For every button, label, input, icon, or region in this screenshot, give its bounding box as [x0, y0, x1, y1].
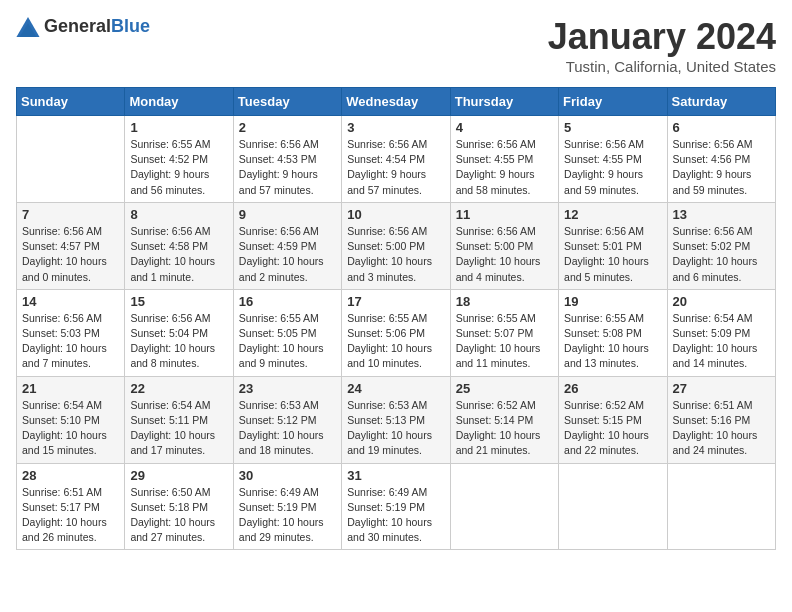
- logo-icon: [16, 17, 40, 37]
- calendar-cell: 3Sunrise: 6:56 AMSunset: 4:54 PMDaylight…: [342, 116, 450, 203]
- calendar-cell: 16Sunrise: 6:55 AMSunset: 5:05 PMDayligh…: [233, 289, 341, 376]
- main-title: January 2024: [548, 16, 776, 58]
- day-info: Sunrise: 6:56 AMSunset: 5:01 PMDaylight:…: [564, 224, 661, 285]
- calendar-cell: 26Sunrise: 6:52 AMSunset: 5:15 PMDayligh…: [559, 376, 667, 463]
- calendar-header: SundayMondayTuesdayWednesdayThursdayFrid…: [17, 88, 776, 116]
- calendar-cell: 21Sunrise: 6:54 AMSunset: 5:10 PMDayligh…: [17, 376, 125, 463]
- calendar-cell: 18Sunrise: 6:55 AMSunset: 5:07 PMDayligh…: [450, 289, 558, 376]
- calendar-cell: 2Sunrise: 6:56 AMSunset: 4:53 PMDaylight…: [233, 116, 341, 203]
- day-number: 3: [347, 120, 444, 135]
- day-number: 6: [673, 120, 770, 135]
- calendar-cell: 28Sunrise: 6:51 AMSunset: 5:17 PMDayligh…: [17, 463, 125, 550]
- calendar-cell: [667, 463, 775, 550]
- day-info: Sunrise: 6:56 AMSunset: 4:55 PMDaylight:…: [456, 137, 553, 198]
- day-number: 25: [456, 381, 553, 396]
- weekday-header: Sunday: [17, 88, 125, 116]
- calendar-cell: 9Sunrise: 6:56 AMSunset: 4:59 PMDaylight…: [233, 202, 341, 289]
- day-info: Sunrise: 6:55 AMSunset: 4:52 PMDaylight:…: [130, 137, 227, 198]
- day-info: Sunrise: 6:53 AMSunset: 5:12 PMDaylight:…: [239, 398, 336, 459]
- day-info: Sunrise: 6:56 AMSunset: 4:57 PMDaylight:…: [22, 224, 119, 285]
- weekday-header: Wednesday: [342, 88, 450, 116]
- calendar-cell: 15Sunrise: 6:56 AMSunset: 5:04 PMDayligh…: [125, 289, 233, 376]
- calendar-cell: 13Sunrise: 6:56 AMSunset: 5:02 PMDayligh…: [667, 202, 775, 289]
- calendar-cell: 17Sunrise: 6:55 AMSunset: 5:06 PMDayligh…: [342, 289, 450, 376]
- day-number: 29: [130, 468, 227, 483]
- day-info: Sunrise: 6:51 AMSunset: 5:17 PMDaylight:…: [22, 485, 119, 546]
- day-info: Sunrise: 6:54 AMSunset: 5:10 PMDaylight:…: [22, 398, 119, 459]
- calendar-cell: 19Sunrise: 6:55 AMSunset: 5:08 PMDayligh…: [559, 289, 667, 376]
- day-info: Sunrise: 6:56 AMSunset: 4:58 PMDaylight:…: [130, 224, 227, 285]
- calendar: SundayMondayTuesdayWednesdayThursdayFrid…: [16, 87, 776, 550]
- day-info: Sunrise: 6:55 AMSunset: 5:05 PMDaylight:…: [239, 311, 336, 372]
- calendar-cell: 6Sunrise: 6:56 AMSunset: 4:56 PMDaylight…: [667, 116, 775, 203]
- day-number: 22: [130, 381, 227, 396]
- day-number: 2: [239, 120, 336, 135]
- day-number: 24: [347, 381, 444, 396]
- day-info: Sunrise: 6:51 AMSunset: 5:16 PMDaylight:…: [673, 398, 770, 459]
- calendar-week: 14Sunrise: 6:56 AMSunset: 5:03 PMDayligh…: [17, 289, 776, 376]
- day-info: Sunrise: 6:54 AMSunset: 5:09 PMDaylight:…: [673, 311, 770, 372]
- day-number: 10: [347, 207, 444, 222]
- calendar-cell: 11Sunrise: 6:56 AMSunset: 5:00 PMDayligh…: [450, 202, 558, 289]
- day-number: 26: [564, 381, 661, 396]
- calendar-week: 7Sunrise: 6:56 AMSunset: 4:57 PMDaylight…: [17, 202, 776, 289]
- calendar-cell: [450, 463, 558, 550]
- day-info: Sunrise: 6:50 AMSunset: 5:18 PMDaylight:…: [130, 485, 227, 546]
- calendar-cell: 29Sunrise: 6:50 AMSunset: 5:18 PMDayligh…: [125, 463, 233, 550]
- day-info: Sunrise: 6:54 AMSunset: 5:11 PMDaylight:…: [130, 398, 227, 459]
- calendar-cell: 24Sunrise: 6:53 AMSunset: 5:13 PMDayligh…: [342, 376, 450, 463]
- day-info: Sunrise: 6:56 AMSunset: 5:00 PMDaylight:…: [347, 224, 444, 285]
- day-info: Sunrise: 6:56 AMSunset: 4:59 PMDaylight:…: [239, 224, 336, 285]
- calendar-cell: 12Sunrise: 6:56 AMSunset: 5:01 PMDayligh…: [559, 202, 667, 289]
- day-number: 15: [130, 294, 227, 309]
- calendar-cell: [559, 463, 667, 550]
- day-info: Sunrise: 6:55 AMSunset: 5:07 PMDaylight:…: [456, 311, 553, 372]
- calendar-cell: [17, 116, 125, 203]
- day-number: 21: [22, 381, 119, 396]
- day-number: 13: [673, 207, 770, 222]
- day-number: 9: [239, 207, 336, 222]
- day-number: 27: [673, 381, 770, 396]
- day-info: Sunrise: 6:49 AMSunset: 5:19 PMDaylight:…: [347, 485, 444, 546]
- day-info: Sunrise: 6:56 AMSunset: 5:02 PMDaylight:…: [673, 224, 770, 285]
- calendar-cell: 14Sunrise: 6:56 AMSunset: 5:03 PMDayligh…: [17, 289, 125, 376]
- day-number: 28: [22, 468, 119, 483]
- weekday-row: SundayMondayTuesdayWednesdayThursdayFrid…: [17, 88, 776, 116]
- calendar-cell: 7Sunrise: 6:56 AMSunset: 4:57 PMDaylight…: [17, 202, 125, 289]
- logo-blue: Blue: [111, 16, 150, 36]
- calendar-body: 1Sunrise: 6:55 AMSunset: 4:52 PMDaylight…: [17, 116, 776, 550]
- weekday-header: Friday: [559, 88, 667, 116]
- day-number: 19: [564, 294, 661, 309]
- day-info: Sunrise: 6:56 AMSunset: 4:54 PMDaylight:…: [347, 137, 444, 198]
- weekday-header: Monday: [125, 88, 233, 116]
- weekday-header: Saturday: [667, 88, 775, 116]
- day-number: 1: [130, 120, 227, 135]
- day-info: Sunrise: 6:53 AMSunset: 5:13 PMDaylight:…: [347, 398, 444, 459]
- day-number: 17: [347, 294, 444, 309]
- day-info: Sunrise: 6:56 AMSunset: 5:04 PMDaylight:…: [130, 311, 227, 372]
- calendar-week: 1Sunrise: 6:55 AMSunset: 4:52 PMDaylight…: [17, 116, 776, 203]
- day-number: 5: [564, 120, 661, 135]
- day-info: Sunrise: 6:55 AMSunset: 5:06 PMDaylight:…: [347, 311, 444, 372]
- calendar-week: 21Sunrise: 6:54 AMSunset: 5:10 PMDayligh…: [17, 376, 776, 463]
- calendar-cell: 31Sunrise: 6:49 AMSunset: 5:19 PMDayligh…: [342, 463, 450, 550]
- day-info: Sunrise: 6:52 AMSunset: 5:15 PMDaylight:…: [564, 398, 661, 459]
- calendar-cell: 5Sunrise: 6:56 AMSunset: 4:55 PMDaylight…: [559, 116, 667, 203]
- day-info: Sunrise: 6:55 AMSunset: 5:08 PMDaylight:…: [564, 311, 661, 372]
- day-number: 12: [564, 207, 661, 222]
- day-number: 8: [130, 207, 227, 222]
- day-number: 20: [673, 294, 770, 309]
- page-header: GeneralBlue January 2024 Tustin, Califor…: [16, 16, 776, 75]
- day-number: 7: [22, 207, 119, 222]
- calendar-cell: 27Sunrise: 6:51 AMSunset: 5:16 PMDayligh…: [667, 376, 775, 463]
- calendar-week: 28Sunrise: 6:51 AMSunset: 5:17 PMDayligh…: [17, 463, 776, 550]
- weekday-header: Tuesday: [233, 88, 341, 116]
- day-info: Sunrise: 6:56 AMSunset: 5:03 PMDaylight:…: [22, 311, 119, 372]
- day-number: 18: [456, 294, 553, 309]
- day-info: Sunrise: 6:49 AMSunset: 5:19 PMDaylight:…: [239, 485, 336, 546]
- calendar-cell: 8Sunrise: 6:56 AMSunset: 4:58 PMDaylight…: [125, 202, 233, 289]
- calendar-cell: 1Sunrise: 6:55 AMSunset: 4:52 PMDaylight…: [125, 116, 233, 203]
- day-number: 30: [239, 468, 336, 483]
- day-number: 23: [239, 381, 336, 396]
- calendar-cell: 20Sunrise: 6:54 AMSunset: 5:09 PMDayligh…: [667, 289, 775, 376]
